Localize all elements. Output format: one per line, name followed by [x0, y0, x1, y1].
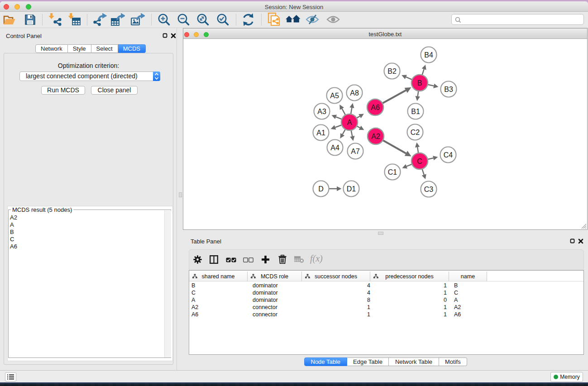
svg-text:B4: B4 — [424, 51, 433, 59]
svg-text:C: C — [417, 157, 422, 165]
svg-text:D1: D1 — [347, 185, 356, 193]
svg-text:C4: C4 — [444, 151, 453, 159]
svg-text:A4: A4 — [330, 144, 339, 152]
svg-text:A8: A8 — [350, 89, 359, 97]
svg-text:A6: A6 — [371, 104, 380, 111]
svg-text:B2: B2 — [387, 67, 397, 75]
svg-text:A2: A2 — [371, 133, 380, 140]
svg-text:B: B — [417, 79, 422, 87]
svg-text:C2: C2 — [411, 129, 420, 136]
svg-text:B3: B3 — [444, 86, 453, 93]
svg-text:A5: A5 — [330, 92, 339, 100]
svg-text:C1: C1 — [388, 168, 397, 176]
svg-text:D: D — [318, 185, 324, 193]
svg-text:A1: A1 — [316, 129, 325, 137]
svg-text:A: A — [347, 119, 352, 126]
svg-text:B1: B1 — [411, 108, 420, 115]
svg-text:A3: A3 — [317, 108, 326, 115]
svg-text:A7: A7 — [351, 148, 360, 155]
svg-text:C3: C3 — [424, 186, 434, 193]
